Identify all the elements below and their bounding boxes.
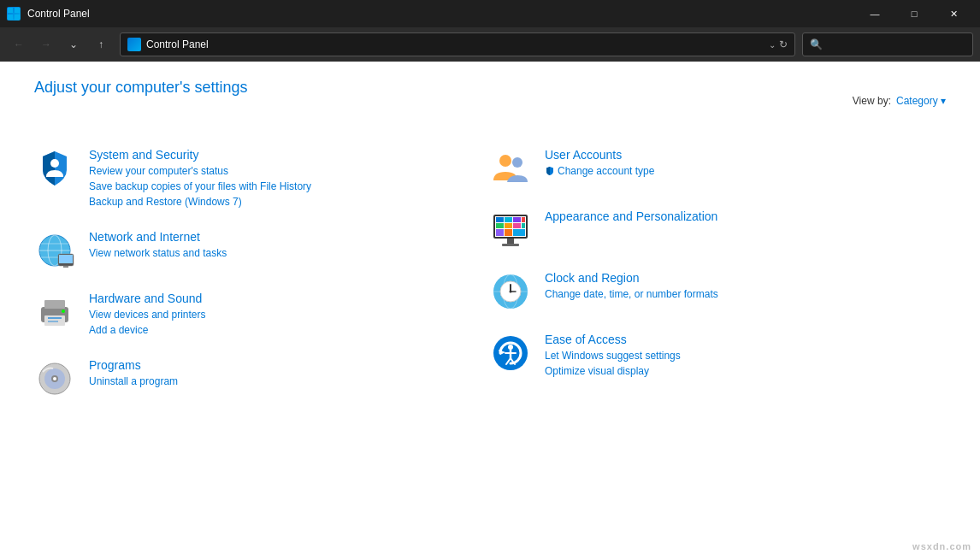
- network-text: Network and Internet View network status…: [89, 230, 227, 261]
- svg-point-18: [62, 309, 65, 313]
- appearance-title[interactable]: Appearance and Personalization: [545, 209, 717, 223]
- svg-rect-37: [513, 229, 525, 236]
- svg-point-4: [50, 159, 59, 168]
- svg-rect-35: [496, 229, 504, 236]
- recent-button[interactable]: ⌄: [62, 32, 86, 56]
- content-header: Adjust your computer's settings View by:…: [34, 79, 946, 122]
- network-icon: [34, 230, 75, 271]
- category-programs: Programs Uninstall a program: [34, 358, 490, 399]
- window-title: Control Panel: [27, 8, 90, 20]
- uninstall-link[interactable]: Uninstall a program: [89, 374, 178, 389]
- view-by-dropdown[interactable]: Category ▾: [896, 95, 946, 107]
- watermark: wsxdn.com: [912, 541, 971, 551]
- svg-rect-11: [59, 255, 73, 263]
- category-system-security: System and Security Review your computer…: [34, 148, 490, 209]
- svg-point-24: [512, 157, 522, 168]
- user-accounts-title[interactable]: User Accounts: [545, 148, 654, 162]
- category-hardware: Hardware and Sound View devices and prin…: [34, 292, 490, 338]
- left-column: System and Security Review your computer…: [34, 148, 490, 399]
- ease-access-text: Ease of Access Let Windows suggest setti…: [545, 333, 681, 379]
- view-by-label: View by:: [853, 95, 891, 107]
- system-security-icon: [34, 148, 75, 189]
- watermark-text: wsxdn.com: [912, 541, 971, 551]
- category-user-accounts: User Accounts Change account type: [490, 148, 946, 189]
- title-bar: Control Panel — □ ✕: [0, 0, 980, 27]
- categories-grid: System and Security Review your computer…: [34, 148, 946, 399]
- hardware-text: Hardware and Sound View devices and prin…: [89, 292, 206, 338]
- hardware-title[interactable]: Hardware and Sound: [89, 292, 206, 305]
- search-bar[interactable]: 🔍: [802, 32, 973, 56]
- network-status-link[interactable]: View network status and tasks: [89, 245, 227, 261]
- back-button[interactable]: ←: [7, 32, 31, 56]
- svg-rect-17: [48, 321, 58, 322]
- refresh-icon[interactable]: ↻: [779, 38, 788, 50]
- backup-restore-link[interactable]: Backup and Restore (Windows 7): [89, 194, 311, 209]
- hardware-icon: [34, 292, 75, 333]
- svg-rect-39: [502, 244, 519, 246]
- address-icon: [127, 38, 141, 51]
- forward-button[interactable]: →: [34, 32, 58, 56]
- address-bar[interactable]: Control Panel ⌄ ↻: [120, 32, 795, 56]
- svg-rect-32: [505, 223, 512, 228]
- svg-rect-30: [522, 217, 525, 222]
- change-account-type-link[interactable]: Change account type: [558, 163, 654, 179]
- svg-rect-0: [8, 8, 13, 13]
- system-security-text: System and Security Review your computer…: [89, 148, 311, 209]
- user-accounts-icon: [490, 148, 531, 189]
- change-account-type-container: Change account type: [545, 163, 654, 179]
- close-button[interactable]: ✕: [934, 0, 973, 27]
- programs-text: Programs Uninstall a program: [89, 358, 178, 389]
- right-column: User Accounts Change account type: [490, 148, 946, 399]
- svg-rect-28: [505, 217, 512, 222]
- add-device-link[interactable]: Add a device: [89, 322, 206, 338]
- svg-rect-36: [505, 229, 512, 236]
- clock-region-icon: [490, 271, 531, 312]
- file-history-link[interactable]: Save backup copies of your files with Fi…: [89, 179, 311, 194]
- review-status-link[interactable]: Review your computer's status: [89, 163, 311, 179]
- clock-region-text: Clock and Region Change date, time, or n…: [545, 271, 718, 302]
- main-content: Adjust your computer's settings View by:…: [0, 62, 980, 560]
- svg-rect-31: [496, 223, 504, 228]
- window-controls: — □ ✕: [855, 0, 973, 27]
- svg-rect-27: [496, 217, 504, 222]
- svg-point-22: [53, 377, 56, 380]
- appearance-icon: [490, 209, 531, 251]
- category-clock-region: Clock and Region Change date, time, or n…: [490, 271, 946, 312]
- svg-rect-34: [522, 223, 525, 228]
- maximize-button[interactable]: □: [894, 0, 934, 27]
- programs-icon: [34, 358, 75, 399]
- visual-display-link[interactable]: Optimize visual display: [545, 363, 681, 379]
- user-accounts-text: User Accounts Change account type: [545, 148, 654, 179]
- network-title[interactable]: Network and Internet: [89, 230, 227, 244]
- svg-rect-14: [44, 300, 65, 309]
- navigation-bar: ← → ⌄ ↑ Control Panel ⌄ ↻ 🔍: [0, 27, 980, 62]
- svg-point-23: [499, 155, 511, 167]
- system-security-title[interactable]: System and Security: [89, 148, 311, 162]
- search-icon: 🔍: [810, 38, 823, 50]
- minimize-button[interactable]: —: [855, 0, 894, 27]
- ease-access-icon: [490, 333, 531, 374]
- appearance-text: Appearance and Personalization: [545, 209, 717, 225]
- page-title: Adjust your computer's settings: [34, 79, 248, 97]
- date-time-link[interactable]: Change date, time, or number formats: [545, 286, 718, 302]
- address-path: Control Panel: [146, 38, 769, 50]
- devices-printers-link[interactable]: View devices and printers: [89, 307, 206, 322]
- shield-icon: [545, 166, 555, 176]
- view-by-control: View by: Category ▾: [853, 95, 946, 107]
- address-dropdown-icon[interactable]: ⌄: [769, 40, 776, 50]
- svg-rect-33: [513, 223, 521, 228]
- svg-rect-12: [63, 266, 68, 268]
- app-icon: [7, 7, 21, 21]
- windows-suggest-link[interactable]: Let Windows suggest settings: [545, 348, 681, 363]
- svg-rect-1: [15, 8, 20, 13]
- ease-access-title[interactable]: Ease of Access: [545, 333, 681, 346]
- up-button[interactable]: ↑: [89, 32, 113, 56]
- category-ease-access: Ease of Access Let Windows suggest setti…: [490, 333, 946, 379]
- svg-rect-29: [513, 217, 521, 222]
- category-appearance: Appearance and Personalization: [490, 209, 946, 251]
- title-bar-left: Control Panel: [7, 7, 90, 21]
- programs-title[interactable]: Programs: [89, 358, 178, 372]
- clock-region-title[interactable]: Clock and Region: [545, 271, 718, 285]
- svg-rect-16: [48, 317, 62, 319]
- category-network: Network and Internet View network status…: [34, 230, 490, 271]
